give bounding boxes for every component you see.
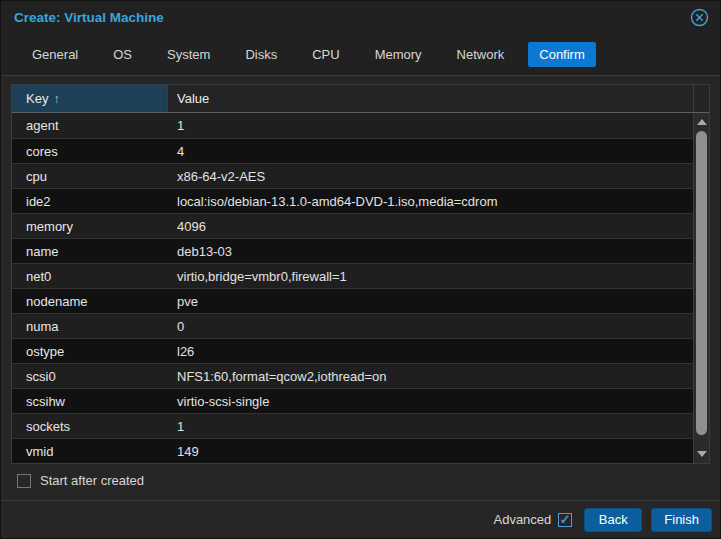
tab-cpu[interactable]: CPU bbox=[301, 42, 350, 67]
header-scrollbar-spacer bbox=[693, 85, 709, 112]
sort-ascending-icon: ↑ bbox=[53, 92, 59, 106]
row-key: net0 bbox=[12, 269, 168, 284]
start-after-created-checkbox[interactable]: ✓ bbox=[17, 474, 31, 488]
row-value: 4096 bbox=[168, 219, 693, 234]
table-row[interactable]: nodenamepve bbox=[12, 288, 693, 313]
scroll-down-icon[interactable] bbox=[697, 451, 707, 457]
confirm-panel: Key ↑ Value agent1cores4cpux86-64-v2-AES… bbox=[1, 76, 720, 500]
finish-button[interactable]: Finish bbox=[651, 508, 712, 532]
column-header-value[interactable]: Value bbox=[168, 85, 693, 112]
wizard-tabbar: GeneralOSSystemDisksCPUMemoryNetworkConf… bbox=[1, 33, 720, 76]
table-row[interactable]: ostypel26 bbox=[12, 338, 693, 363]
table-row[interactable]: net0virtio,bridge=vmbr0,firewall=1 bbox=[12, 263, 693, 288]
row-key: vmid bbox=[12, 444, 168, 459]
table-row[interactable]: numa0 bbox=[12, 313, 693, 338]
row-key: ostype bbox=[12, 344, 168, 359]
table-row[interactable]: ide2local:iso/debian-13.1.0-amd64-DVD-1.… bbox=[12, 188, 693, 213]
row-key: ide2 bbox=[12, 194, 168, 209]
tab-confirm[interactable]: Confirm bbox=[528, 42, 596, 67]
table-rows: agent1cores4cpux86-64-v2-AESide2local:is… bbox=[12, 113, 693, 463]
advanced-checkbox[interactable]: ✓ bbox=[558, 513, 572, 527]
dialog-title: Create: Virtual Machine bbox=[14, 10, 164, 25]
advanced-label: Advanced bbox=[493, 512, 551, 527]
table-row[interactable]: cores4 bbox=[12, 138, 693, 163]
table-body: agent1cores4cpux86-64-v2-AESide2local:is… bbox=[12, 113, 709, 463]
row-key: cpu bbox=[12, 169, 168, 184]
start-after-created-label: Start after created bbox=[40, 473, 144, 488]
dialog-titlebar: Create: Virtual Machine bbox=[1, 1, 720, 33]
row-value: 0 bbox=[168, 319, 693, 334]
create-vm-dialog: Create: Virtual Machine GeneralOSSystemD… bbox=[0, 0, 721, 539]
row-key: numa bbox=[12, 319, 168, 334]
row-key: scsihw bbox=[12, 394, 168, 409]
row-key: cores bbox=[12, 144, 168, 159]
row-value: local:iso/debian-13.1.0-amd64-DVD-1.iso,… bbox=[168, 194, 693, 209]
row-value: 4 bbox=[168, 144, 693, 159]
tab-network[interactable]: Network bbox=[446, 42, 516, 67]
table-row[interactable]: namedeb13-03 bbox=[12, 238, 693, 263]
table-row[interactable]: agent1 bbox=[12, 113, 693, 138]
row-key: nodename bbox=[12, 294, 168, 309]
row-value: virtio-scsi-single bbox=[168, 394, 693, 409]
dialog-footer: Advanced ✓ Back Finish bbox=[1, 500, 720, 538]
table-row[interactable]: memory4096 bbox=[12, 213, 693, 238]
tab-general[interactable]: General bbox=[21, 42, 89, 67]
row-key: sockets bbox=[12, 419, 168, 434]
tab-system[interactable]: System bbox=[156, 42, 221, 67]
table-header-row: Key ↑ Value bbox=[12, 85, 709, 113]
advanced-option: Advanced ✓ bbox=[493, 512, 572, 527]
row-key: memory bbox=[12, 219, 168, 234]
row-value: deb13-03 bbox=[168, 244, 693, 259]
tab-os[interactable]: OS bbox=[102, 42, 143, 67]
tab-disks[interactable]: Disks bbox=[234, 42, 288, 67]
vertical-scrollbar[interactable] bbox=[693, 113, 709, 463]
settings-table: Key ↑ Value agent1cores4cpux86-64-v2-AES… bbox=[11, 84, 710, 464]
back-button[interactable]: Back bbox=[584, 508, 642, 532]
scroll-up-icon[interactable] bbox=[697, 119, 707, 125]
table-row[interactable]: cpux86-64-v2-AES bbox=[12, 163, 693, 188]
scrollbar-thumb[interactable] bbox=[696, 131, 707, 435]
row-value: NFS1:60,format=qcow2,iothread=on bbox=[168, 369, 693, 384]
row-value: 149 bbox=[168, 444, 693, 459]
row-value: 1 bbox=[168, 419, 693, 434]
column-header-key[interactable]: Key ↑ bbox=[12, 85, 168, 112]
tab-memory[interactable]: Memory bbox=[364, 42, 433, 67]
close-icon[interactable] bbox=[690, 8, 709, 27]
row-value: x86-64-v2-AES bbox=[168, 169, 693, 184]
row-value: l26 bbox=[168, 344, 693, 359]
row-value: 1 bbox=[168, 118, 693, 133]
row-key: name bbox=[12, 244, 168, 259]
key-header-label: Key bbox=[26, 91, 48, 106]
checkmark-icon: ✓ bbox=[560, 513, 571, 526]
row-value: virtio,bridge=vmbr0,firewall=1 bbox=[168, 269, 693, 284]
row-value: pve bbox=[168, 294, 693, 309]
table-row[interactable]: scsi0NFS1:60,format=qcow2,iothread=on bbox=[12, 363, 693, 388]
table-row[interactable]: vmid149 bbox=[12, 438, 693, 463]
start-after-created-row: ✓ Start after created bbox=[11, 464, 710, 498]
table-row[interactable]: scsihwvirtio-scsi-single bbox=[12, 388, 693, 413]
row-key: scsi0 bbox=[12, 369, 168, 384]
table-row[interactable]: sockets1 bbox=[12, 413, 693, 438]
row-key: agent bbox=[12, 118, 168, 133]
value-header-label: Value bbox=[177, 91, 209, 106]
